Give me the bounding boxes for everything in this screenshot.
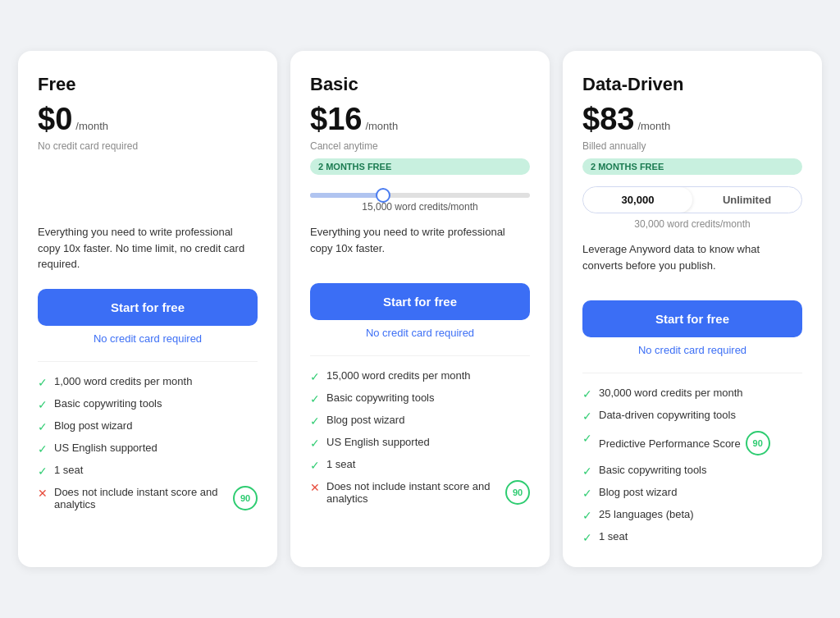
score-badge-free-5: 90 [233, 486, 258, 510]
slider-thumb-basic[interactable] [376, 188, 390, 203]
score-badge-data-driven-2: 90 [746, 431, 770, 455]
feature-item-data-driven-2: ✓Predictive Performance Score90 [582, 431, 802, 455]
description-basic: Everything you need to write professiona… [310, 224, 530, 267]
feature-icon-free-2: ✓ [38, 420, 48, 433]
pricing-container: Free $0 /month No credit card required E… [18, 51, 822, 567]
feature-text-data-driven-6: 1 seat [599, 530, 628, 542]
feature-text-row-data-driven-3: Basic copywriting tools [599, 464, 707, 476]
feature-text-basic-1: Basic copywriting tools [326, 391, 435, 404]
feature-item-free-5: ✕Does not include instant score and anal… [38, 486, 258, 510]
feature-icon-data-driven-1: ✓ [582, 410, 592, 423]
feature-icon-basic-1: ✓ [310, 392, 320, 405]
feature-icon-basic-4: ✓ [310, 459, 320, 472]
plan-card-data-driven: Data-Driven $83 /month Billed annually 2… [563, 51, 822, 567]
feature-item-basic-0: ✓15,000 word credits per month [310, 369, 530, 383]
feature-icon-data-driven-2: ✓ [582, 432, 592, 445]
no-credit-basic[interactable]: No credit card required [310, 327, 530, 339]
slider-fill-basic [310, 193, 381, 198]
price-period-data-driven: /month [637, 120, 670, 132]
feature-text-row-data-driven-5: 25 languages (beta) [599, 508, 694, 520]
cta-button-basic[interactable]: Start for free [310, 283, 530, 320]
feature-text-data-driven-2: Predictive Performance Score [599, 437, 741, 450]
feature-icon-free-5: ✕ [38, 487, 48, 500]
slider-label-basic: 15,000 word credits/month [310, 201, 530, 213]
feature-text-row-basic-4: 1 seat [326, 458, 355, 470]
feature-icon-basic-3: ✓ [310, 437, 320, 450]
feature-text-data-driven-1: Data-driven copywriting tools [599, 409, 736, 421]
feature-text-basic-2: Blog post wizard [326, 414, 404, 426]
description-free: Everything you need to write professiona… [38, 224, 258, 272]
feature-icon-data-driven-0: ✓ [582, 387, 592, 401]
toggle-option-0-data-driven[interactable]: 30,000 [583, 187, 692, 213]
toggle-row-data-driven[interactable]: 30,000 Unlimited [582, 186, 802, 213]
feature-text-free-1: Basic copywriting tools [54, 397, 162, 410]
feature-text-row-data-driven-2: Predictive Performance Score90 [599, 431, 770, 455]
feature-icon-basic-0: ✓ [310, 370, 320, 383]
feature-item-data-driven-6: ✓1 seat [582, 530, 802, 544]
feature-text-data-driven-4: Blog post wizard [599, 486, 677, 498]
feature-list-data-driven: ✓30,000 word credits per month✓Data-driv… [582, 387, 802, 544]
divider-free [38, 361, 258, 362]
divider-data-driven [582, 373, 802, 373]
slider-track-basic[interactable] [310, 193, 530, 198]
feature-text-row-basic-5: Does not include instant score and analy… [326, 480, 530, 505]
feature-list-free: ✓1,000 word credits per month✓Basic copy… [38, 375, 258, 510]
feature-item-free-2: ✓Blog post wizard [38, 419, 258, 433]
feature-item-data-driven-0: ✓30,000 word credits per month [582, 387, 802, 401]
plan-card-basic: Basic $16 /month Cancel anytime 2 MONTHS… [290, 51, 550, 567]
feature-item-free-1: ✓Basic copywriting tools [38, 397, 258, 411]
price-row-free: $0 /month [38, 102, 258, 137]
feature-text-data-driven-5: 25 languages (beta) [599, 508, 694, 520]
feature-text-row-free-4: 1 seat [54, 464, 83, 476]
feature-item-basic-4: ✓1 seat [310, 458, 530, 472]
plan-name-data-driven: Data-Driven [582, 74, 802, 95]
feature-text-free-5: Does not include instant score and analy… [54, 486, 228, 510]
feature-text-row-data-driven-0: 30,000 word credits per month [599, 387, 743, 399]
price-amount-free: $0 [38, 102, 72, 137]
price-row-basic: $16 /month [310, 102, 530, 137]
feature-icon-free-1: ✓ [38, 398, 48, 411]
no-credit-free[interactable]: No credit card required [38, 332, 258, 345]
feature-icon-data-driven-4: ✓ [582, 487, 592, 500]
price-row-data-driven: $83 /month [582, 102, 802, 137]
score-badge-basic-5: 90 [505, 480, 530, 505]
feature-text-data-driven-3: Basic copywriting tools [599, 464, 707, 476]
no-credit-data-driven[interactable]: No credit card required [582, 344, 802, 356]
cta-button-data-driven[interactable]: Start for free [582, 300, 802, 337]
feature-text-basic-3: US English supported [326, 436, 430, 448]
feature-text-row-free-5: Does not include instant score and analy… [54, 486, 258, 510]
badge-free-data-driven: 2 MONTHS FREE [582, 158, 802, 175]
price-period-free: /month [75, 120, 108, 132]
feature-text-basic-5: Does not include instant score and analy… [326, 480, 500, 505]
feature-item-basic-5: ✕Does not include instant score and anal… [310, 480, 530, 505]
toggle-option-1-data-driven[interactable]: Unlimited [692, 187, 801, 213]
feature-text-row-basic-2: Blog post wizard [326, 414, 404, 426]
feature-text-free-2: Blog post wizard [54, 419, 132, 432]
price-amount-basic: $16 [310, 102, 362, 137]
feature-item-free-0: ✓1,000 word credits per month [38, 375, 258, 389]
feature-item-free-3: ✓US English supported [38, 442, 258, 455]
feature-list-basic: ✓15,000 word credits per month✓Basic cop… [310, 369, 530, 505]
feature-text-row-data-driven-1: Data-driven copywriting tools [599, 409, 736, 421]
feature-text-free-0: 1,000 word credits per month [54, 375, 192, 387]
plan-name-basic: Basic [310, 74, 530, 95]
feature-text-row-free-0: 1,000 word credits per month [54, 375, 192, 387]
feature-text-row-free-3: US English supported [54, 442, 158, 454]
feature-icon-basic-5: ✕ [310, 481, 320, 494]
cta-button-free[interactable]: Start for free [38, 289, 258, 326]
feature-item-data-driven-3: ✓Basic copywriting tools [582, 464, 802, 478]
feature-icon-data-driven-6: ✓ [582, 531, 592, 544]
feature-icon-basic-2: ✓ [310, 414, 320, 428]
feature-icon-free-3: ✓ [38, 442, 48, 455]
feature-item-free-4: ✓1 seat [38, 464, 258, 478]
feature-item-basic-3: ✓US English supported [310, 436, 530, 450]
feature-item-basic-1: ✓Basic copywriting tools [310, 391, 530, 405]
feature-text-row-data-driven-6: 1 seat [599, 530, 628, 542]
feature-item-basic-2: ✓Blog post wizard [310, 414, 530, 428]
feature-text-basic-0: 15,000 word credits per month [326, 369, 471, 382]
feature-icon-data-driven-5: ✓ [582, 509, 592, 522]
feature-icon-free-4: ✓ [38, 465, 48, 478]
feature-text-free-4: 1 seat [54, 464, 83, 476]
price-period-basic: /month [365, 120, 398, 132]
slider-section-basic[interactable]: 15,000 word credits/month [310, 186, 530, 213]
